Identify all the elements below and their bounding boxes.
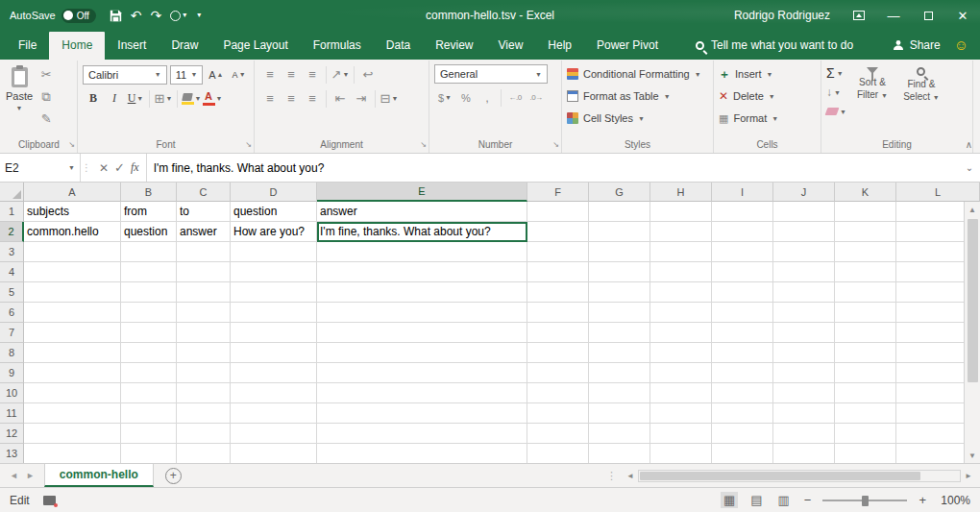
cell-D7[interactable] xyxy=(231,323,317,343)
cell-C2[interactable]: answer xyxy=(177,222,231,242)
cell-A7[interactable] xyxy=(24,323,121,343)
cell-A11[interactable] xyxy=(24,403,121,424)
insert-cells-button[interactable]: ＋ Insert ▼ xyxy=(719,64,778,84)
cell-D5[interactable] xyxy=(231,282,317,303)
cell-H12[interactable] xyxy=(650,424,712,444)
number-format-combo[interactable]: General▼ xyxy=(434,64,548,84)
collapse-ribbon-icon[interactable]: ∧ xyxy=(966,139,972,150)
zoom-in-icon[interactable]: + xyxy=(917,493,928,507)
normal-view-icon[interactable]: ▦ xyxy=(721,492,738,508)
ribbon-display-options-icon[interactable] xyxy=(842,0,876,31)
formula-input[interactable]: I'm fine, thanks. What about you? xyxy=(147,154,959,182)
column-header-E[interactable]: E xyxy=(317,183,527,202)
cell-I2[interactable] xyxy=(712,222,773,242)
cell-K13[interactable] xyxy=(835,444,896,463)
scroll-left-icon[interactable]: ◄ xyxy=(623,472,638,480)
cell-C7[interactable] xyxy=(177,323,231,343)
cell-D12[interactable] xyxy=(231,424,317,444)
cell-D13[interactable] xyxy=(231,444,317,463)
cell-G5[interactable] xyxy=(589,282,650,303)
customize-qat-icon[interactable]: ▾ xyxy=(197,12,201,19)
page-break-view-icon[interactable]: ▥ xyxy=(775,492,793,508)
fill-color-button[interactable]: ▼ xyxy=(181,88,202,109)
cell-B2[interactable]: question xyxy=(121,222,177,242)
cancel-entry-icon[interactable]: ✕ xyxy=(99,161,109,175)
format-as-table-button[interactable]: Format as Table ▼ xyxy=(567,86,701,106)
cell-B8[interactable] xyxy=(121,343,177,363)
row-header-6[interactable]: 6 xyxy=(0,303,24,323)
column-header-J[interactable]: J xyxy=(773,183,835,202)
touch-mode-icon[interactable]: ▾ xyxy=(170,11,186,21)
cell-K1[interactable] xyxy=(835,202,896,222)
cell-J10[interactable] xyxy=(773,383,835,403)
cell-H10[interactable] xyxy=(650,383,712,403)
cell-J2[interactable] xyxy=(773,222,835,242)
cell-C1[interactable]: to xyxy=(177,202,231,222)
cell-J13[interactable] xyxy=(773,444,835,463)
percent-format-button[interactable]: % xyxy=(455,87,477,108)
cell-A2[interactable]: common.hello xyxy=(24,222,121,242)
column-header-B[interactable]: B xyxy=(121,183,177,202)
cell-D2[interactable]: How are you? xyxy=(231,222,317,242)
cell-K8[interactable] xyxy=(835,343,896,363)
cell-E7[interactable] xyxy=(317,323,527,343)
tab-power-pivot[interactable]: Power Pivot xyxy=(584,32,671,60)
confirm-entry-icon[interactable]: ✓ xyxy=(114,160,125,175)
scroll-up-icon[interactable]: ▲ xyxy=(965,202,980,217)
row-header-5[interactable]: 5 xyxy=(0,282,24,303)
cell-F6[interactable] xyxy=(527,303,589,323)
cell-F4[interactable] xyxy=(527,262,589,282)
autosum-button[interactable]: Σ▼ xyxy=(826,64,846,82)
name-box[interactable]: E2 ▼ xyxy=(0,154,81,182)
cell-A1[interactable]: subjects xyxy=(24,202,121,222)
cell-B5[interactable] xyxy=(121,282,177,303)
cell-A9[interactable] xyxy=(24,363,121,383)
bold-button[interactable]: B xyxy=(83,88,104,109)
cell-G12[interactable] xyxy=(589,424,650,444)
scroll-down-icon[interactable]: ▼ xyxy=(965,448,980,463)
tab-help[interactable]: Help xyxy=(535,32,584,60)
clipboard-dialog-launcher-icon[interactable]: ↘ xyxy=(68,141,75,149)
column-header-G[interactable]: G xyxy=(589,183,650,202)
column-header-A[interactable]: A xyxy=(24,183,121,202)
cell-C10[interactable] xyxy=(177,383,231,403)
delete-cells-button[interactable]: ✕ Delete ▼ xyxy=(719,86,778,106)
cell-D3[interactable] xyxy=(231,242,317,262)
cell-E8[interactable] xyxy=(317,343,527,363)
cell-F2[interactable] xyxy=(527,222,589,242)
select-all-button[interactable] xyxy=(0,183,24,202)
row-header-8[interactable]: 8 xyxy=(0,343,24,363)
cell-G1[interactable] xyxy=(589,202,650,222)
cell-A3[interactable] xyxy=(24,242,121,262)
italic-button[interactable]: I xyxy=(104,88,125,109)
merge-center-icon[interactable]: ⊟▼ xyxy=(379,88,400,109)
cell-E12[interactable] xyxy=(317,424,527,444)
sheet-nav-right-icon[interactable]: ► xyxy=(26,471,35,480)
cell-styles-button[interactable]: Cell Styles ▼ xyxy=(567,109,701,128)
cell-J8[interactable] xyxy=(773,343,835,363)
cell-G4[interactable] xyxy=(589,262,650,282)
sheet-nav-left-icon[interactable]: ◄ xyxy=(10,471,18,480)
column-header-H[interactable]: H xyxy=(650,183,712,202)
tab-view[interactable]: View xyxy=(486,32,536,60)
cell-B7[interactable] xyxy=(121,323,177,343)
format-cells-button[interactable]: ▦ Format ▼ xyxy=(719,109,778,128)
copy-icon[interactable]: ⧉ xyxy=(36,86,57,107)
align-top-icon[interactable]: ≡ xyxy=(259,64,281,85)
cell-J5[interactable] xyxy=(773,282,835,303)
cell-I3[interactable] xyxy=(712,242,773,262)
feedback-smiley-icon[interactable]: ☺ xyxy=(950,32,980,60)
expand-formula-bar-icon[interactable]: ⌄ xyxy=(959,154,980,182)
borders-button[interactable]: ⊞▼ xyxy=(153,88,174,109)
cell-I4[interactable] xyxy=(712,262,773,282)
row-header-1[interactable]: 1 xyxy=(0,202,24,222)
cut-icon[interactable]: ✂ xyxy=(36,64,57,85)
cell-J3[interactable] xyxy=(773,242,835,262)
cell-B13[interactable] xyxy=(121,444,177,463)
tell-me-box[interactable]: Tell me what you want to do xyxy=(686,32,863,60)
font-color-button[interactable]: A▼ xyxy=(202,88,223,109)
align-bottom-icon[interactable]: ≡ xyxy=(302,64,323,85)
format-painter-icon[interactable]: ✎ xyxy=(36,109,57,129)
scroll-right-icon[interactable]: ► xyxy=(961,472,976,480)
column-header-I[interactable]: I xyxy=(712,183,773,202)
